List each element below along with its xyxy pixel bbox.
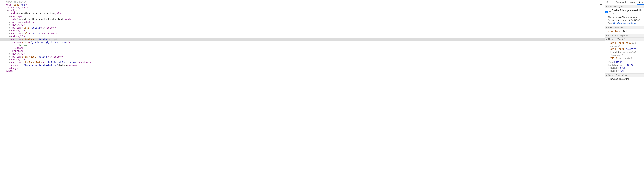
chevron-right-icon[interactable]: ▶ [9,15,11,18]
checkbox-label: Enable full-page accessibility tree [612,9,643,15]
tab-layout[interactable]: Layout [627,0,637,5]
computed-name-source-row: Contents:: "" [608,54,643,57]
aria-attributes-body: aria-label: Delete [605,29,644,34]
chevron-right-icon[interactable]: ▶ [9,27,11,29]
dom-tree-line[interactable]: ▶<head>…</head> [0,6,605,9]
computed-prop-row: Focusable: true [608,66,643,69]
dom-tree-line[interactable]: ▼<body> [0,9,605,12]
accessibility-person-icon [609,11,611,13]
chevron-down-icon: ▼ [606,74,608,76]
computed-name-source-row: title: Not specified [608,57,643,59]
chevron-right-icon[interactable]: ▶ [9,35,11,38]
chevron-right-icon[interactable]: ▶ [9,52,11,55]
section-title: ARIA Attributes [608,26,623,29]
computed-other-props: Role: buttonInvalid user entry: falseFoc… [605,60,644,73]
chevron-right-icon[interactable]: ▶ [9,58,11,61]
computed-name-source-row: aria-labelledby: Not specified [608,42,643,48]
checkbox-label: Show source order [609,78,629,80]
aria-attr-row: aria-label: Delete [608,30,643,33]
dom-tree-line[interactable]: ▶<button title="Delete">…</button> [0,27,605,30]
chevron-down-icon[interactable]: ▼ [9,38,11,41]
show-source-order-checkbox[interactable] [605,78,608,80]
computed-name-row[interactable]: ▼ Name: "Delete" [605,37,644,41]
chevron-down-icon: ▼ [606,27,608,29]
accessibility-tree-toggle-icon[interactable] [599,3,603,7]
dom-tree-line[interactable]: ▶::before [0,44,605,47]
dom-tree-line[interactable]: ▼<span class="glyphicon glyphicon-remove… [0,41,605,44]
dom-tree-line[interactable]: ▶<button aria-label="Delete">…</button> [0,55,605,58]
dom-tree-line[interactable]: ▶<p>…</p> [0,15,605,18]
show-source-order-row[interactable]: Show source order [605,77,644,81]
dom-tree-line[interactable]: ▶<button>…</button> [0,21,605,24]
chevron-down-icon: ▼ [606,35,608,37]
tab-accessibility[interactable]: Accessibility [637,0,644,5]
enable-fullpage-a11y-tree-row[interactable]: Enable full-page accessibility tree [605,8,644,15]
section-header-computed-properties[interactable]: ▼ Computed Properties [605,34,644,37]
chevron-right-icon[interactable]: ▶ [6,6,8,9]
section-header-aria-attributes[interactable]: ▼ ARIA Attributes [605,26,644,29]
chevron-down-icon: ▼ [606,6,608,8]
section-title: Source Order Viewer [608,74,629,76]
computed-name-sources: aria-labelledby: Not specifiedaria-label… [605,41,644,60]
dom-tree-line[interactable]: ▶</html> [0,70,605,73]
computed-prop-row: Role: button [608,60,643,63]
tab-computed[interactable]: Computed [614,0,627,5]
section-header-accessibility-tree[interactable]: ▼ Accessibility Tree [605,5,644,8]
chevron-right-icon[interactable]: ▶ [9,55,11,58]
dom-tree-line[interactable]: ▶<h2>…</h2> [0,24,605,27]
dom-tree-line[interactable]: ▶</span> [0,47,605,50]
computed-prop-row: Invalid user entry: false [608,63,643,66]
dom-tree-line[interactable]: ▶<html lang="en"> [0,4,605,6]
sidebar-panel: StylesComputedLayoutAccessibility ▼ Acce… [605,0,644,178]
computed-prop-row: Focused: true [608,69,643,72]
send-feedback-link[interactable]: Send us your feedback [613,22,637,24]
dom-tree-line[interactable]: ▶<button aria-labelledby="label-for-dele… [0,61,605,64]
section-title: Accessibility Tree [608,5,625,8]
chevron-right-icon[interactable]: ▶ [9,32,11,35]
dom-tree-line[interactable]: ▶</body> [0,67,605,70]
tab-styles[interactable]: Styles [605,0,614,5]
section-header-source-order[interactable]: ▼ Source Order Viewer [605,73,644,77]
sidebar-tabstrip: StylesComputedLayoutAccessibility [605,0,644,5]
chevron-right-icon[interactable]: ▶ [4,4,5,6]
dom-tree-line[interactable]: ▶<button title="Delete">…</button> [0,32,605,35]
svg-point-1 [610,11,610,11]
chevron-down-icon[interactable]: ▼ [6,9,8,12]
dom-tree-line[interactable]: ▶<h2>…</h2> [0,35,605,38]
chevron-down-icon: ▼ [606,38,608,40]
section-title: Computed Properties [608,34,629,37]
a11y-tree-moved-message: The accessibility tree moved to the top … [605,15,644,26]
dom-tree-line[interactable]: ▶<h1>Accessible name calculation</h1> [0,12,605,15]
dom-tree-line[interactable]: ▶</button> [0,50,605,53]
dom-tree-line[interactable]: ▶<h2>Content (with visually hidden text)… [0,18,605,21]
dom-tree-line[interactable]: ▶<h2>…</h2> [0,29,605,32]
dom-tree-line[interactable]: ▶<h2>…</h2> [0,52,605,55]
dom-tree-line[interactable]: …▼<button aria-label="Delete"> == $0 [0,38,605,41]
dom-tree-line[interactable]: ▶<h2>…</h2> [0,58,605,61]
chevron-right-icon[interactable]: ▶ [9,21,11,24]
svg-point-0 [601,4,601,4]
chevron-down-icon[interactable]: ▼ [12,41,14,44]
dom-tree-line[interactable]: ▶<span id="label-for-delete-button">Dele… [0,64,605,67]
elements-dom-tree[interactable]: ▶<!DOCTYPE html>▶<html lang="en">▶<head>… [0,0,605,178]
computed-name-source-row: From label: Not specified [608,51,643,54]
chevron-right-icon[interactable]: ▶ [9,24,11,26]
enable-fullpage-a11y-tree-checkbox[interactable] [605,11,608,13]
chevron-right-icon[interactable]: ▶ [9,61,11,64]
dom-tree-line[interactable]: ▶<!DOCTYPE html> [0,1,605,4]
accessibility-person-icon [600,4,602,6]
computed-name-source-row: aria-label: "Delete" [608,48,643,51]
devtools-root: ▶<!DOCTYPE html>▶<html lang="en">▶<head>… [0,0,644,178]
chevron-right-icon[interactable]: ▶ [9,29,11,32]
